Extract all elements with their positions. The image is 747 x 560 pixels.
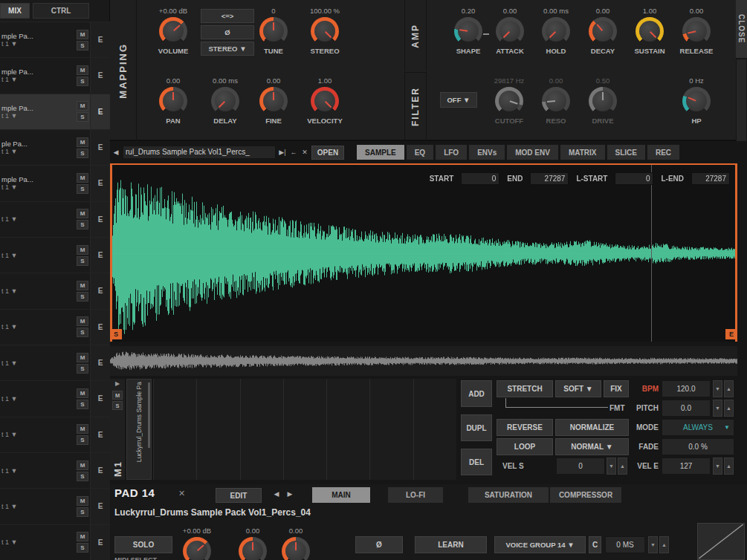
output-select[interactable]: t 1 ▼ [1, 76, 77, 83]
velocity-knob[interactable] [311, 87, 339, 115]
output-select[interactable]: t 1 ▼ [1, 287, 77, 295]
delay-knob[interactable] [211, 87, 239, 115]
output-select[interactable]: t 1 ▼ [1, 395, 77, 403]
edit-button[interactable]: E [90, 453, 110, 488]
edit-button[interactable]: E [90, 238, 110, 273]
add-layer-button[interactable]: ADD [461, 380, 492, 407]
edit-button[interactable]: E [90, 22, 110, 57]
pitch-down-button[interactable]: ▼ [713, 400, 722, 417]
pad-row[interactable]: t 1 ▼MSE [0, 524, 110, 560]
stereo-knob[interactable] [311, 17, 339, 45]
solo-button[interactable]: S [77, 292, 88, 302]
mute-button[interactable]: M [77, 65, 88, 75]
output-select[interactable]: t 1 ▼ [1, 503, 77, 510]
vel-start-up-button[interactable]: ▲ [618, 458, 627, 475]
stretch-button[interactable]: STRETCH [497, 380, 553, 397]
tab-mod-env[interactable]: MOD ENV [507, 145, 558, 160]
pad-delay-down-button[interactable]: ▼ [648, 536, 658, 553]
output-select[interactable]: t 1 ▼ [1, 183, 77, 191]
edit-button[interactable]: E [90, 345, 110, 380]
solo-button[interactable]: S [77, 149, 88, 158]
choke-button[interactable]: C [589, 536, 601, 553]
fine-knob[interactable] [259, 87, 288, 115]
vel-end-up-button[interactable]: ▲ [724, 458, 734, 475]
layer-slot-loaded[interactable]: Luckyrrul_Drums Sample Pa [126, 379, 152, 480]
pad-row[interactable]: t 1 ▼MSE [0, 417, 110, 452]
edit-button[interactable]: E [90, 273, 110, 308]
shape-knob[interactable] [454, 17, 482, 45]
velocity-curve-pad[interactable] [697, 523, 745, 560]
solo-button[interactable]: S [77, 400, 88, 409]
solo-button[interactable]: S [77, 507, 88, 517]
solo-button[interactable]: S [77, 543, 88, 553]
end-value-field[interactable]: 27287 [530, 172, 569, 185]
edit-button[interactable]: E [90, 525, 110, 560]
pad-mix-0-knob[interactable] [183, 537, 211, 560]
solo-button[interactable]: S [77, 472, 88, 481]
solo-button[interactable]: S [77, 112, 88, 122]
solo-button[interactable]: S [77, 41, 88, 51]
tab-main[interactable]: MAIN [312, 487, 370, 503]
sample-start-line[interactable] [110, 165, 112, 342]
mute-button[interactable]: M [77, 460, 88, 470]
tab-matrix[interactable]: MATRIX [560, 145, 605, 160]
pad-next-button[interactable]: ▶ [285, 490, 294, 498]
tab-envs[interactable]: ENVs [469, 145, 505, 160]
play-icon[interactable]: ▶ [110, 380, 125, 387]
tab-lo-fi[interactable]: LO-FI [388, 487, 443, 503]
duplicate-layer-button[interactable]: DUPL [461, 414, 492, 441]
release-knob[interactable] [682, 17, 711, 45]
back-button[interactable]: ← [289, 149, 298, 156]
filter-type-select[interactable]: OFF ▼ [440, 92, 477, 108]
empty-layer-slot[interactable] [240, 379, 283, 480]
output-select[interactable]: t 1 ▼ [1, 215, 77, 223]
reso-knob[interactable] [542, 87, 570, 115]
tune-knob[interactable] [259, 17, 288, 45]
mute-button[interactable]: M [77, 532, 88, 541]
mute-button[interactable]: M [77, 209, 88, 218]
cutoff-knob[interactable] [495, 87, 523, 115]
output-select[interactable]: t 1 ▼ [1, 112, 77, 120]
pad-row[interactable]: mple Pa...t 1 ▼MSE [0, 94, 110, 129]
tab-slice[interactable]: SLICE [607, 145, 645, 160]
midi-select-label[interactable]: MIDI SELECT [114, 556, 157, 560]
trigger-mode-select[interactable]: ALWAYS ▼ [662, 419, 734, 436]
fix-button[interactable]: FIX [604, 380, 629, 397]
edit-button[interactable]: E [90, 417, 110, 452]
output-select[interactable]: t 1 ▼ [1, 359, 77, 367]
solo-button[interactable]: S [77, 184, 88, 194]
tab-ctrl[interactable]: CTRL [33, 3, 89, 19]
scrollbar-track[interactable] [737, 59, 746, 141]
empty-layer-slot[interactable] [413, 379, 456, 480]
edit-button[interactable]: E [90, 166, 110, 201]
edit-button[interactable]: E [90, 489, 110, 524]
pad-row[interactable]: mple Pa...t 1 ▼MSE [0, 22, 110, 57]
pan-knob[interactable] [159, 87, 187, 115]
mute-button[interactable]: M [77, 30, 88, 39]
empty-layer-slot[interactable] [196, 379, 239, 480]
bpm-down-button[interactable]: ▼ [713, 380, 722, 397]
layer-solo-button[interactable]: S [112, 401, 123, 410]
pitch-value-field[interactable]: 0.0 [662, 400, 711, 417]
reverse-button[interactable]: REVERSE [497, 419, 553, 436]
layer-scrollbar[interactable] [148, 382, 150, 448]
hold-knob[interactable] [542, 17, 570, 45]
start-marker-handle[interactable]: S [110, 329, 122, 339]
hp-knob[interactable] [682, 87, 711, 115]
empty-layer-slot[interactable] [369, 379, 413, 480]
solo-button[interactable]: S [77, 76, 88, 86]
stretch-mode-select[interactable]: SOFT ▼ [555, 380, 601, 397]
edit-button[interactable]: E [90, 310, 110, 345]
next-sample-button[interactable]: ▶| [278, 149, 287, 156]
solo-button[interactable]: S [77, 435, 88, 445]
mute-button[interactable]: M [77, 353, 88, 362]
empty-layer-slot[interactable] [283, 379, 326, 480]
pad-row[interactable]: t 1 ▼MSE [0, 345, 110, 380]
pad-edit-button[interactable]: EDIT [216, 488, 262, 503]
empty-layer-slot[interactable] [153, 379, 196, 480]
sample-file-field[interactable]: rul_Drums Sample Pack Vol1_Percs_ [123, 146, 276, 159]
pad-row[interactable]: t 1 ▼MSE [0, 237, 110, 273]
pad-row[interactable]: t 1 ▼MSE [0, 201, 110, 237]
phase-invert-button[interactable]: Ø [201, 25, 254, 39]
edit-button[interactable]: E [90, 130, 110, 165]
